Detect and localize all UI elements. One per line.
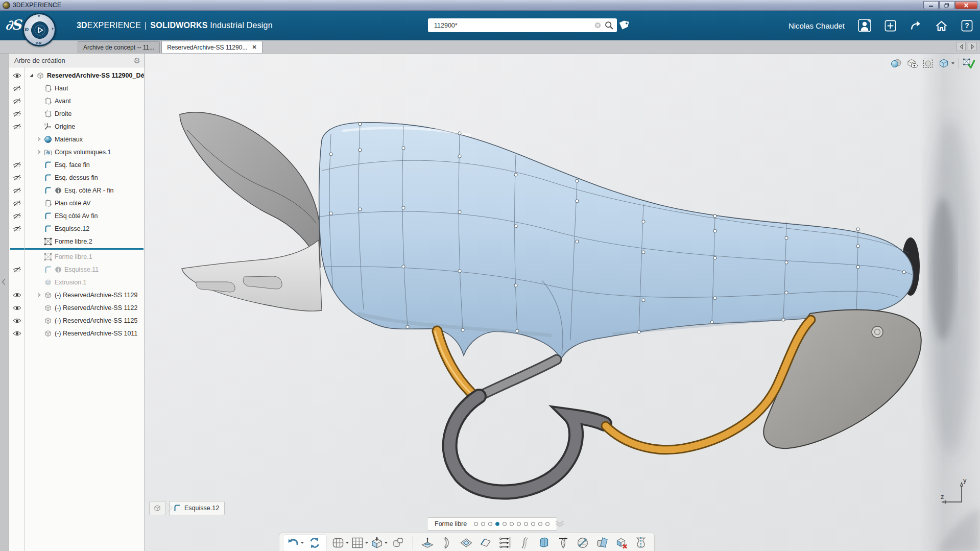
part-crumb[interactable]: [149, 501, 165, 515]
tree-row[interactable]: (-) ReservedArchive-SS 1011: [9, 327, 145, 340]
tree-row[interactable]: Esq. côté AR - fin: [9, 184, 145, 197]
frame-surface-button[interactable]: [457, 535, 475, 550]
tree-row[interactable]: Forme libre.1: [9, 250, 145, 263]
page-dot[interactable]: [481, 522, 485, 526]
page-dot[interactable]: [510, 522, 514, 526]
3d-compass[interactable]: ▼ 3D iʳ V·R: [22, 13, 56, 46]
panel-collapse-icon[interactable]: [2, 278, 6, 288]
eye-hidden-icon[interactable]: [9, 187, 25, 194]
bend-surface-button[interactable]: [438, 535, 456, 550]
tree-row[interactable]: ReservedArchive-SS 112900_Dé: [9, 69, 145, 82]
freeform-apply-button[interactable]: [963, 57, 975, 69]
subdivide-box-button[interactable]: [331, 535, 349, 550]
eye-visible-icon[interactable]: [9, 330, 25, 337]
eye-hidden-icon[interactable]: [9, 175, 25, 181]
grid-face-button[interactable]: [350, 535, 369, 550]
eye-hidden-icon[interactable]: [9, 213, 25, 219]
tree-row[interactable]: YOrigine: [9, 120, 145, 133]
search-box[interactable]: [428, 18, 617, 32]
tree-row[interactable]: Droite: [9, 107, 145, 120]
view-cube-button[interactable]: [938, 57, 955, 69]
page-dot[interactable]: [474, 522, 478, 526]
tab-inactive[interactable]: Archive de concept -- 11...: [78, 41, 160, 53]
search-input[interactable]: [433, 21, 591, 30]
eye-hidden-icon[interactable]: [9, 200, 25, 206]
undo-button[interactable]: [286, 535, 304, 550]
eye-visible-icon[interactable]: [9, 318, 25, 324]
angle-face-button[interactable]: [476, 535, 495, 550]
wrap-surface-button[interactable]: [535, 535, 553, 550]
mode-pill[interactable]: Forme libre: [427, 517, 557, 531]
eye-hidden-icon[interactable]: [9, 226, 25, 232]
tree-row[interactable]: Esq. dessus fin: [9, 171, 145, 184]
eye-hidden-icon[interactable]: [9, 267, 25, 273]
raise-surface-button[interactable]: [418, 535, 437, 550]
flex-curve-button[interactable]: [515, 535, 534, 550]
sphere-deform-button[interactable]: [573, 535, 592, 550]
tab-scroll-right-icon[interactable]: [968, 42, 977, 51]
clear-search-icon[interactable]: [594, 21, 602, 29]
tree-row[interactable]: Haut: [9, 82, 145, 94]
delete-face-button[interactable]: [612, 535, 631, 550]
tree-expanded-icon[interactable]: [28, 73, 35, 78]
plane-cut-button[interactable]: [593, 535, 611, 550]
home-icon[interactable]: [935, 19, 948, 32]
tree-collapsed-icon[interactable]: [35, 137, 42, 141]
gear-icon[interactable]: ⚙: [134, 57, 140, 64]
tree-row[interactable]: Avant: [9, 94, 145, 107]
eye-hidden-icon[interactable]: [9, 111, 25, 117]
help-icon[interactable]: ?: [961, 20, 973, 32]
page-dot-active[interactable]: [495, 522, 499, 526]
eye-hidden-icon[interactable]: [9, 162, 25, 168]
avatar[interactable]: [858, 19, 871, 32]
render-style-button[interactable]: [890, 57, 902, 69]
tree-row[interactable]: ESq côté Av fin: [9, 209, 145, 222]
eye-visible-icon[interactable]: [9, 292, 25, 298]
tree-row[interactable]: (-) ReservedArchive-SS 1125: [9, 314, 145, 327]
rebuild-button[interactable]: [305, 535, 324, 550]
tree-row[interactable]: Forme libre.2: [9, 235, 145, 248]
eye-visible-icon[interactable]: [9, 73, 25, 79]
tree-row[interactable]: Corps volumiques.1: [9, 146, 145, 158]
match-constraints-button[interactable]: [496, 535, 514, 550]
page-dot[interactable]: [538, 522, 542, 526]
dropdown-caret-icon[interactable]: [951, 62, 955, 65]
minimize-button[interactable]: [923, 1, 939, 9]
eye-hidden-icon[interactable]: [9, 124, 25, 130]
tree-collapsed-icon[interactable]: [35, 150, 42, 154]
tree-row[interactable]: (-) ReservedArchive-SS 1122: [9, 301, 145, 314]
dropdown-caret-icon[interactable]: [365, 541, 369, 544]
page-dot[interactable]: [531, 522, 535, 526]
eye-hidden-icon[interactable]: [9, 85, 25, 91]
close-button[interactable]: [955, 1, 977, 9]
tag-icon[interactable]: [617, 19, 630, 32]
symmetry-button[interactable]: [632, 535, 650, 550]
extrude-box-button[interactable]: [370, 535, 388, 550]
expand-panel-icon[interactable]: [554, 520, 566, 530]
3d-viewport[interactable]: Esquisse.12 Forme libre y z: [145, 54, 980, 551]
tab-close-icon[interactable]: ✕: [252, 44, 256, 51]
add-content-icon[interactable]: [885, 20, 896, 32]
tree-row[interactable]: Matériaux: [9, 133, 145, 146]
show-hide-button[interactable]: [906, 57, 918, 69]
tree-collapsed-icon[interactable]: [35, 293, 42, 297]
dropdown-caret-icon[interactable]: [384, 541, 388, 544]
tree-row[interactable]: Esquisse.12: [9, 222, 145, 235]
twist-surface-button[interactable]: [554, 535, 572, 550]
search-icon[interactable]: [604, 20, 614, 30]
share-icon[interactable]: [910, 19, 922, 32]
tree-row[interactable]: Plan côté AV: [9, 197, 145, 209]
eye-hidden-icon[interactable]: [9, 98, 25, 104]
tree-row[interactable]: Esq. face fin: [9, 158, 145, 171]
tab-active[interactable]: ReservedArchive-SS 11290...✕: [161, 41, 262, 53]
tree-row[interactable]: Esquisse.11: [9, 263, 145, 276]
eye-visible-icon[interactable]: [9, 305, 25, 311]
sketch-crumb[interactable]: Esquisse.12: [169, 501, 225, 515]
dropdown-caret-icon[interactable]: [345, 541, 349, 544]
rollback-bar[interactable]: [10, 248, 144, 250]
dropdown-caret-icon[interactable]: [300, 541, 304, 544]
tree-row[interactable]: Extrusion.1: [9, 276, 145, 289]
page-dot[interactable]: [503, 522, 507, 526]
tab-scroll-left-icon[interactable]: [957, 42, 966, 51]
page-dot[interactable]: [545, 522, 549, 526]
